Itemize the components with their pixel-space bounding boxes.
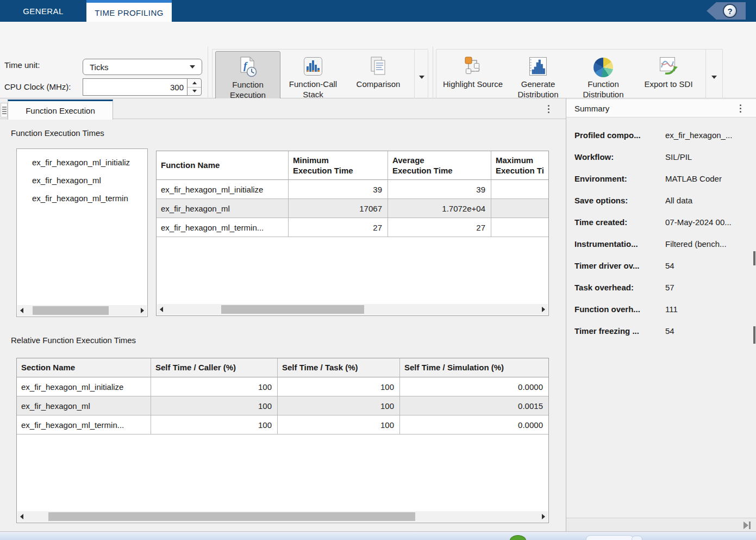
scroll-thumb[interactable] xyxy=(33,306,109,315)
cpu-clock-input[interactable] xyxy=(83,78,188,96)
summary-entry: Profiled compo... ex_fir_hexagon_... xyxy=(566,124,756,146)
taskbar-sliver xyxy=(0,532,756,540)
column-header[interactable]: Maximum Execution Ti xyxy=(491,151,548,180)
function-listbox: ex_fir_hexagon_ml_initializ ex_fir_hexag… xyxy=(16,148,148,317)
edge-scrollbar-thumb[interactable] xyxy=(753,326,755,344)
list-item[interactable]: ex_fir_hexagon_ml_initializ xyxy=(17,153,147,171)
help-icon: ? xyxy=(723,4,737,18)
generate-distribution-icon xyxy=(527,51,549,77)
summary-entry: Time created: 07-May-2024 00... xyxy=(566,211,756,233)
highlight-source-button[interactable]: Highlight Source xyxy=(440,51,505,102)
summary-menu-kebab-icon[interactable] xyxy=(735,104,745,113)
function-distribution-button[interactable]: Function Distribution xyxy=(571,51,636,102)
triangle-left-icon xyxy=(160,307,163,312)
cpu-clock-label: CPU Clock (MHz): xyxy=(4,82,71,91)
list-item[interactable]: ex_fir_hexagon_ml_termin xyxy=(17,189,147,207)
column-header[interactable]: Self Time / Caller (%) xyxy=(151,358,278,377)
edge-scrollbar-thumb[interactable] xyxy=(753,251,755,265)
chevron-down-icon xyxy=(419,76,424,79)
table-row[interactable]: ex_fir_hexagon_ml_termin... 27 27 xyxy=(157,218,548,237)
function-execution-button-label: Function Execution xyxy=(216,79,280,100)
green-status-icon xyxy=(510,535,526,540)
generate-distribution-button-label: Generate Distribution xyxy=(505,79,571,100)
spin-up-button[interactable] xyxy=(188,79,201,88)
summary-entry: Environment: MATLAB Coder xyxy=(566,167,756,189)
help-button[interactable]: ? xyxy=(707,2,746,20)
summary-entry: Timer freezing ... 54 xyxy=(566,320,756,342)
comparison-button[interactable]: Comparison xyxy=(346,51,411,102)
toolstrip-tab-bar: GENERAL TIME PROFILING ? xyxy=(0,0,756,22)
scroll-left-button[interactable] xyxy=(17,511,26,522)
scroll-thumb[interactable] xyxy=(48,512,415,521)
scroll-right-button[interactable] xyxy=(138,305,147,316)
code-profile-analyzer-window: GENERAL TIME PROFILING ? Time unit: Tick… xyxy=(0,0,756,540)
function-call-stack-button-label: Function-Call Stack xyxy=(280,79,346,100)
spin-down-button[interactable] xyxy=(188,88,201,96)
list-item[interactable]: ex_fir_hexagon_ml xyxy=(17,171,147,189)
column-header[interactable]: Section Name xyxy=(17,358,151,377)
tab-general-label: GENERAL xyxy=(23,7,64,16)
relative-times-heading: Relative Function Execution Times xyxy=(11,336,136,345)
triangle-down-icon xyxy=(192,90,197,92)
table-row[interactable]: ex_fir_hexagon_ml_termin... 100 100 0.00… xyxy=(17,415,548,435)
function-distribution-icon xyxy=(593,51,613,77)
triangle-right-icon xyxy=(542,514,545,519)
comparison-button-label: Comparison xyxy=(357,79,401,89)
chevron-down-icon xyxy=(190,65,195,69)
function-call-stack-icon xyxy=(302,51,324,77)
horizontal-scrollbar xyxy=(17,305,147,316)
summary-entry: Task overhead: 57 xyxy=(566,276,756,298)
table-header-row: Section Name Self Time / Caller (%) Self… xyxy=(17,358,548,377)
scroll-left-button[interactable] xyxy=(157,304,166,315)
summary-panel: Summary Profiled compo... ex_fir_hexagon… xyxy=(566,98,756,531)
taskbar-pill-small xyxy=(632,536,642,540)
time-unit-dropdown[interactable]: Ticks xyxy=(83,59,202,75)
scroll-left-button[interactable] xyxy=(17,305,26,316)
skip-to-end-icon[interactable] xyxy=(743,522,751,529)
results-gallery-dropdown[interactable] xyxy=(705,49,722,104)
panel-menu-kebab-icon[interactable] xyxy=(543,105,553,113)
function-execution-button[interactable]: f Function Execution xyxy=(215,51,280,102)
function-execution-times-heading: Function Execution Times xyxy=(11,128,104,138)
summary-entry: Timer driver ov... 54 xyxy=(566,255,756,276)
tab-time-profiling[interactable]: TIME PROFILING xyxy=(86,0,172,23)
summary-header: Summary xyxy=(566,100,756,117)
ribbon: Time unit: Ticks CPU Clock (MHz): SETTIN… xyxy=(0,22,756,98)
export-to-sdi-button[interactable]: Export to SDI xyxy=(636,51,701,102)
table-row[interactable]: ex_fir_hexagon_ml 100 100 0.0015 xyxy=(17,396,548,415)
taskbar-pill xyxy=(586,535,634,540)
triangle-right-icon xyxy=(542,307,545,312)
function-call-stack-button[interactable]: Function-Call Stack xyxy=(280,51,346,102)
column-header[interactable]: Self Time / Task (%) xyxy=(278,358,400,377)
column-header[interactable]: Self Time / Simulation (%) xyxy=(400,358,548,377)
function-distribution-button-label: Function Distribution xyxy=(571,79,636,100)
scroll-right-button[interactable] xyxy=(539,511,548,522)
summary-entry: Function overh... 111 xyxy=(566,298,756,320)
column-header[interactable]: Average Execution Time xyxy=(388,151,491,180)
tab-time-profiling-label: TIME PROFILING xyxy=(95,8,163,17)
table-row[interactable]: ex_fir_hexagon_ml 17067 1.7072e+04 xyxy=(157,199,548,218)
triangle-right-icon xyxy=(141,308,144,313)
triangle-left-icon xyxy=(20,514,23,519)
table-header-row: Function Name Minimum Execution Time Ave… xyxy=(157,151,548,180)
generate-distribution-button[interactable]: Generate Distribution xyxy=(505,51,571,102)
document-tab-function-execution[interactable]: Function Execution xyxy=(8,100,113,120)
analysis-gallery-dropdown[interactable] xyxy=(414,49,428,104)
export-to-sdi-icon xyxy=(658,51,679,77)
time-unit-value: Ticks xyxy=(90,63,108,72)
summary-bottom-bar xyxy=(566,518,756,531)
highlight-source-icon xyxy=(462,51,484,77)
table-row[interactable]: ex_fir_hexagon_ml_initialize 100 100 0.0… xyxy=(17,377,548,396)
summary-entry: Instrumentatio... Filtered (bench... xyxy=(566,233,756,255)
column-header[interactable]: Minimum Execution Time xyxy=(289,151,388,180)
time-unit-label: Time unit: xyxy=(4,60,40,70)
scroll-thumb[interactable] xyxy=(221,305,364,314)
drag-grip-icon[interactable] xyxy=(1,103,8,117)
horizontal-scrollbar xyxy=(157,304,548,315)
cpu-clock-spinner xyxy=(187,78,202,96)
scroll-right-button[interactable] xyxy=(539,304,548,315)
column-header[interactable]: Function Name xyxy=(157,151,289,180)
summary-title: Summary xyxy=(574,104,609,113)
tab-general[interactable]: GENERAL xyxy=(0,0,86,22)
table-row[interactable]: ex_fir_hexagon_ml_initialize 39 39 xyxy=(157,180,548,199)
